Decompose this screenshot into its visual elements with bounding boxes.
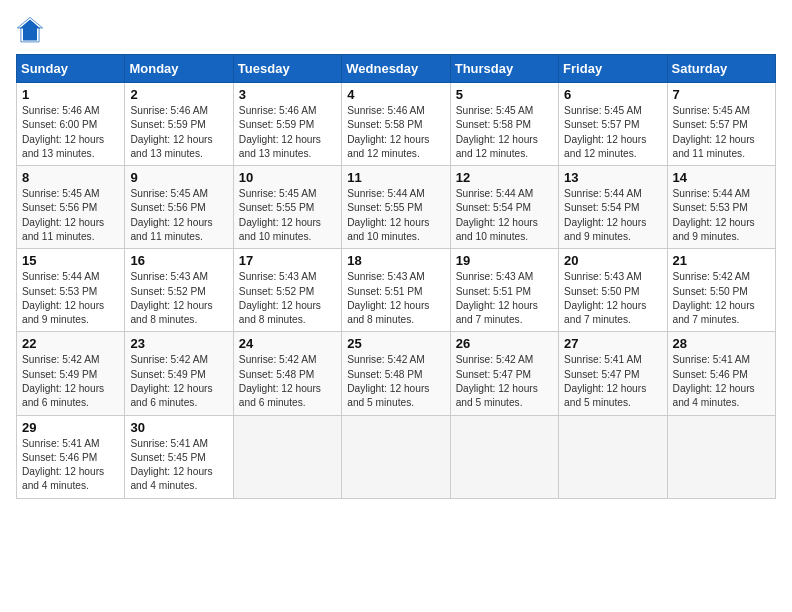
weekday-header-wednesday: Wednesday — [342, 55, 450, 83]
calendar-day-cell: 8 Sunrise: 5:45 AM Sunset: 5:56 PM Dayli… — [17, 166, 125, 249]
day-info: Sunrise: 5:44 AM Sunset: 5:54 PM Dayligh… — [564, 187, 661, 244]
day-info: Sunrise: 5:45 AM Sunset: 5:57 PM Dayligh… — [564, 104, 661, 161]
day-info: Sunrise: 5:46 AM Sunset: 5:58 PM Dayligh… — [347, 104, 444, 161]
day-info: Sunrise: 5:46 AM Sunset: 5:59 PM Dayligh… — [239, 104, 336, 161]
day-number: 12 — [456, 170, 553, 185]
calendar-day-cell: 22 Sunrise: 5:42 AM Sunset: 5:49 PM Dayl… — [17, 332, 125, 415]
day-number: 27 — [564, 336, 661, 351]
day-info: Sunrise: 5:46 AM Sunset: 6:00 PM Dayligh… — [22, 104, 119, 161]
day-number: 6 — [564, 87, 661, 102]
calendar-day-cell: 24 Sunrise: 5:42 AM Sunset: 5:48 PM Dayl… — [233, 332, 341, 415]
day-number: 26 — [456, 336, 553, 351]
day-info: Sunrise: 5:42 AM Sunset: 5:48 PM Dayligh… — [239, 353, 336, 410]
day-info: Sunrise: 5:45 AM Sunset: 5:56 PM Dayligh… — [130, 187, 227, 244]
day-number: 29 — [22, 420, 119, 435]
weekday-header-saturday: Saturday — [667, 55, 775, 83]
calendar-day-cell: 27 Sunrise: 5:41 AM Sunset: 5:47 PM Dayl… — [559, 332, 667, 415]
day-info: Sunrise: 5:44 AM Sunset: 5:54 PM Dayligh… — [456, 187, 553, 244]
calendar-day-cell: 10 Sunrise: 5:45 AM Sunset: 5:55 PM Dayl… — [233, 166, 341, 249]
calendar-day-cell: 16 Sunrise: 5:43 AM Sunset: 5:52 PM Dayl… — [125, 249, 233, 332]
calendar-day-cell: 20 Sunrise: 5:43 AM Sunset: 5:50 PM Dayl… — [559, 249, 667, 332]
day-number: 25 — [347, 336, 444, 351]
day-info: Sunrise: 5:41 AM Sunset: 5:47 PM Dayligh… — [564, 353, 661, 410]
calendar-day-cell: 9 Sunrise: 5:45 AM Sunset: 5:56 PM Dayli… — [125, 166, 233, 249]
day-info: Sunrise: 5:41 AM Sunset: 5:46 PM Dayligh… — [673, 353, 770, 410]
weekday-header-sunday: Sunday — [17, 55, 125, 83]
day-number: 10 — [239, 170, 336, 185]
day-number: 17 — [239, 253, 336, 268]
day-number: 5 — [456, 87, 553, 102]
day-info: Sunrise: 5:44 AM Sunset: 5:53 PM Dayligh… — [22, 270, 119, 327]
svg-marker-0 — [20, 20, 41, 41]
weekday-header-thursday: Thursday — [450, 55, 558, 83]
calendar-day-cell: 17 Sunrise: 5:43 AM Sunset: 5:52 PM Dayl… — [233, 249, 341, 332]
day-number: 24 — [239, 336, 336, 351]
weekday-header-monday: Monday — [125, 55, 233, 83]
day-number: 3 — [239, 87, 336, 102]
day-info: Sunrise: 5:46 AM Sunset: 5:59 PM Dayligh… — [130, 104, 227, 161]
day-number: 18 — [347, 253, 444, 268]
calendar-day-cell: 7 Sunrise: 5:45 AM Sunset: 5:57 PM Dayli… — [667, 83, 775, 166]
day-info: Sunrise: 5:42 AM Sunset: 5:49 PM Dayligh… — [22, 353, 119, 410]
calendar-day-cell: 25 Sunrise: 5:42 AM Sunset: 5:48 PM Dayl… — [342, 332, 450, 415]
calendar-day-cell: 18 Sunrise: 5:43 AM Sunset: 5:51 PM Dayl… — [342, 249, 450, 332]
day-info: Sunrise: 5:45 AM Sunset: 5:58 PM Dayligh… — [456, 104, 553, 161]
day-number: 9 — [130, 170, 227, 185]
calendar-day-cell: 21 Sunrise: 5:42 AM Sunset: 5:50 PM Dayl… — [667, 249, 775, 332]
day-info: Sunrise: 5:43 AM Sunset: 5:51 PM Dayligh… — [456, 270, 553, 327]
calendar-day-cell: 30 Sunrise: 5:41 AM Sunset: 5:45 PM Dayl… — [125, 415, 233, 498]
calendar-day-cell: 28 Sunrise: 5:41 AM Sunset: 5:46 PM Dayl… — [667, 332, 775, 415]
day-number: 8 — [22, 170, 119, 185]
day-number: 16 — [130, 253, 227, 268]
day-info: Sunrise: 5:41 AM Sunset: 5:46 PM Dayligh… — [22, 437, 119, 494]
day-info: Sunrise: 5:44 AM Sunset: 5:55 PM Dayligh… — [347, 187, 444, 244]
day-info: Sunrise: 5:44 AM Sunset: 5:53 PM Dayligh… — [673, 187, 770, 244]
weekday-header-friday: Friday — [559, 55, 667, 83]
calendar-day-cell: 19 Sunrise: 5:43 AM Sunset: 5:51 PM Dayl… — [450, 249, 558, 332]
calendar-day-cell: 3 Sunrise: 5:46 AM Sunset: 5:59 PM Dayli… — [233, 83, 341, 166]
calendar-week-row: 22 Sunrise: 5:42 AM Sunset: 5:49 PM Dayl… — [17, 332, 776, 415]
day-number: 21 — [673, 253, 770, 268]
calendar-day-cell: 23 Sunrise: 5:42 AM Sunset: 5:49 PM Dayl… — [125, 332, 233, 415]
calendar-day-cell: 29 Sunrise: 5:41 AM Sunset: 5:46 PM Dayl… — [17, 415, 125, 498]
calendar-day-cell: 6 Sunrise: 5:45 AM Sunset: 5:57 PM Dayli… — [559, 83, 667, 166]
day-info: Sunrise: 5:45 AM Sunset: 5:55 PM Dayligh… — [239, 187, 336, 244]
calendar-day-cell — [667, 415, 775, 498]
calendar-day-cell: 14 Sunrise: 5:44 AM Sunset: 5:53 PM Dayl… — [667, 166, 775, 249]
calendar-table: SundayMondayTuesdayWednesdayThursdayFrid… — [16, 54, 776, 499]
calendar-day-cell: 11 Sunrise: 5:44 AM Sunset: 5:55 PM Dayl… — [342, 166, 450, 249]
calendar-day-cell — [559, 415, 667, 498]
day-info: Sunrise: 5:45 AM Sunset: 5:57 PM Dayligh… — [673, 104, 770, 161]
day-number: 15 — [22, 253, 119, 268]
day-number: 20 — [564, 253, 661, 268]
calendar-day-cell: 5 Sunrise: 5:45 AM Sunset: 5:58 PM Dayli… — [450, 83, 558, 166]
logo-icon — [16, 16, 44, 44]
calendar-week-row: 1 Sunrise: 5:46 AM Sunset: 6:00 PM Dayli… — [17, 83, 776, 166]
day-number: 1 — [22, 87, 119, 102]
calendar-day-cell: 15 Sunrise: 5:44 AM Sunset: 5:53 PM Dayl… — [17, 249, 125, 332]
calendar-day-cell: 13 Sunrise: 5:44 AM Sunset: 5:54 PM Dayl… — [559, 166, 667, 249]
calendar-day-cell: 12 Sunrise: 5:44 AM Sunset: 5:54 PM Dayl… — [450, 166, 558, 249]
calendar-week-row: 29 Sunrise: 5:41 AM Sunset: 5:46 PM Dayl… — [17, 415, 776, 498]
calendar-week-row: 8 Sunrise: 5:45 AM Sunset: 5:56 PM Dayli… — [17, 166, 776, 249]
page-header — [16, 16, 776, 44]
day-info: Sunrise: 5:42 AM Sunset: 5:48 PM Dayligh… — [347, 353, 444, 410]
day-info: Sunrise: 5:45 AM Sunset: 5:56 PM Dayligh… — [22, 187, 119, 244]
calendar-day-cell: 4 Sunrise: 5:46 AM Sunset: 5:58 PM Dayli… — [342, 83, 450, 166]
day-info: Sunrise: 5:43 AM Sunset: 5:51 PM Dayligh… — [347, 270, 444, 327]
logo — [16, 16, 48, 44]
day-number: 7 — [673, 87, 770, 102]
day-info: Sunrise: 5:42 AM Sunset: 5:50 PM Dayligh… — [673, 270, 770, 327]
calendar-day-cell: 1 Sunrise: 5:46 AM Sunset: 6:00 PM Dayli… — [17, 83, 125, 166]
day-number: 28 — [673, 336, 770, 351]
day-number: 11 — [347, 170, 444, 185]
day-info: Sunrise: 5:42 AM Sunset: 5:49 PM Dayligh… — [130, 353, 227, 410]
weekday-header-tuesday: Tuesday — [233, 55, 341, 83]
day-number: 19 — [456, 253, 553, 268]
day-info: Sunrise: 5:43 AM Sunset: 5:52 PM Dayligh… — [239, 270, 336, 327]
day-number: 14 — [673, 170, 770, 185]
day-info: Sunrise: 5:41 AM Sunset: 5:45 PM Dayligh… — [130, 437, 227, 494]
weekday-header-row: SundayMondayTuesdayWednesdayThursdayFrid… — [17, 55, 776, 83]
day-number: 13 — [564, 170, 661, 185]
day-info: Sunrise: 5:42 AM Sunset: 5:47 PM Dayligh… — [456, 353, 553, 410]
